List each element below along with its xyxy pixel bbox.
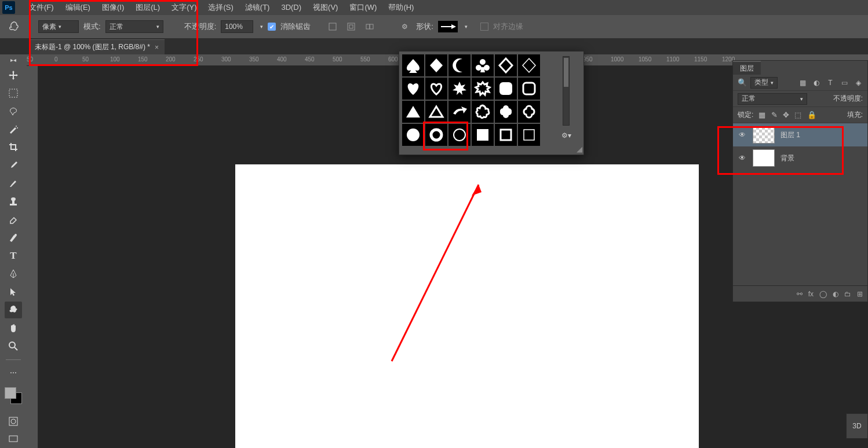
- shape-rounded-square-outline[interactable]: [517, 77, 541, 100]
- shape-blob-solid[interactable]: [494, 100, 517, 123]
- shape-club[interactable]: [471, 54, 494, 77]
- shape-heart-outline[interactable]: [425, 77, 448, 100]
- edit-toolbar[interactable]: ⋯: [5, 365, 22, 381]
- align-edges-checkbox[interactable]: [480, 23, 488, 31]
- lock-artboard-icon[interactable]: ⬚: [794, 111, 801, 119]
- brush-tool[interactable]: [5, 175, 22, 192]
- adjustment-layer-icon[interactable]: ◐: [833, 290, 838, 298]
- zoom-tool[interactable]: [5, 337, 22, 354]
- new-layer-icon[interactable]: ⊞: [857, 290, 863, 298]
- shape-circle-solid[interactable]: [402, 123, 425, 146]
- filter-type-icon[interactable]: T: [826, 78, 835, 87]
- screenmode-tool[interactable]: [5, 431, 22, 448]
- magic-wand-tool[interactable]: [5, 121, 22, 138]
- shape-triangle-outline[interactable]: [425, 100, 448, 123]
- custom-shape-tool[interactable]: [5, 302, 22, 318]
- shape-caret[interactable]: ▾: [465, 24, 468, 30]
- menu-3d[interactable]: 3D(D): [275, 0, 307, 15]
- lasso-tool[interactable]: [5, 102, 22, 119]
- document-tab[interactable]: 未标题-1 @ 100% (图层 1, RGB/8#) * ×: [29, 39, 165, 54]
- type-tool[interactable]: T: [5, 247, 22, 264]
- layer-item-1[interactable]: 👁 图层 1: [733, 123, 867, 146]
- menu-image[interactable]: 图像(I): [96, 0, 130, 15]
- filter-adjust-icon[interactable]: ◐: [812, 78, 821, 87]
- layer-group-icon[interactable]: 🗀: [844, 290, 851, 298]
- color-swatch[interactable]: [5, 387, 22, 404]
- opacity-caret[interactable]: ▾: [260, 24, 263, 30]
- shape-splat-outline[interactable]: [471, 100, 494, 123]
- menu-edit[interactable]: 编辑(E): [60, 0, 96, 15]
- layer-mask-icon[interactable]: ◯: [819, 290, 827, 298]
- move-tool[interactable]: [5, 67, 22, 83]
- shape-ring-thick[interactable]: [425, 123, 448, 146]
- shape-starburst[interactable]: [448, 77, 471, 100]
- lock-position-icon[interactable]: ✥: [783, 111, 789, 119]
- align-icon-2[interactable]: [344, 20, 358, 34]
- shape-diamond-solid[interactable]: [425, 54, 448, 77]
- eraser-tool[interactable]: [5, 211, 22, 228]
- lock-all-icon[interactable]: 🔒: [807, 111, 816, 119]
- shape-arrow[interactable]: [448, 100, 471, 123]
- close-icon[interactable]: ×: [155, 43, 159, 52]
- shape-gear[interactable]: [471, 77, 494, 100]
- shape-diamond-outline[interactable]: [494, 54, 517, 77]
- popup-gear-icon[interactable]: ⚙▾: [561, 131, 571, 139]
- shape-blob-outline[interactable]: [517, 100, 541, 123]
- align-icon-3[interactable]: [363, 20, 377, 34]
- shape-moon[interactable]: [448, 54, 471, 77]
- menu-filter[interactable]: 滤镜(T): [239, 0, 276, 15]
- shape-square-outline[interactable]: [494, 123, 517, 146]
- shape-swatch[interactable]: [438, 21, 458, 32]
- filter-shape-icon[interactable]: ▭: [840, 78, 849, 87]
- shape-spade[interactable]: [402, 54, 425, 77]
- lock-paint-icon[interactable]: ✎: [771, 111, 778, 119]
- menu-help[interactable]: 帮助(H): [382, 0, 420, 15]
- menu-window[interactable]: 窗口(W): [344, 0, 382, 15]
- lock-transparency-icon[interactable]: ▦: [758, 111, 765, 119]
- antialias-checkbox[interactable]: ✔: [268, 23, 276, 31]
- shape-square-thin[interactable]: [517, 123, 541, 146]
- unit-select[interactable]: 像素▾: [38, 20, 79, 33]
- visibility-icon[interactable]: 👁: [738, 131, 747, 139]
- gradient-tool[interactable]: [5, 229, 22, 246]
- hand-tool[interactable]: [5, 320, 22, 336]
- opacity-select[interactable]: 100%: [221, 20, 253, 33]
- shape-heart-solid[interactable]: [402, 77, 425, 100]
- filter-pixels-icon[interactable]: ▦: [798, 78, 807, 87]
- link-layers-icon[interactable]: ⚯: [797, 290, 803, 298]
- document-canvas[interactable]: [235, 164, 699, 448]
- blend-mode-select[interactable]: 正常▾: [738, 93, 807, 105]
- crop-tool[interactable]: [5, 139, 22, 156]
- toolbar-handle[interactable]: ▸◂: [5, 57, 22, 63]
- filter-type-select[interactable]: 类型▾: [750, 77, 778, 89]
- quickmask-tool[interactable]: [5, 413, 22, 430]
- popup-resize-handle[interactable]: ◢: [577, 145, 582, 153]
- menu-layer[interactable]: 图层(L): [130, 0, 166, 15]
- menu-select[interactable]: 选择(S): [202, 0, 239, 15]
- layers-tab[interactable]: 图层: [733, 61, 761, 75]
- popup-scrollbar[interactable]: [563, 56, 570, 126]
- shape-ring-thin[interactable]: [448, 123, 471, 146]
- menu-type[interactable]: 文字(Y): [166, 0, 202, 15]
- align-icon-1[interactable]: [326, 20, 340, 34]
- marquee-tool[interactable]: [5, 85, 22, 101]
- eyedropper-tool[interactable]: [5, 157, 22, 174]
- mode-select[interactable]: 正常▾: [105, 20, 163, 33]
- shape-triangle-solid[interactable]: [402, 100, 425, 123]
- menu-file[interactable]: 文件(F): [23, 0, 60, 15]
- stamp-tool[interactable]: [5, 193, 22, 210]
- search-icon[interactable]: 🔍: [738, 78, 747, 87]
- menu-view[interactable]: 视图(V): [307, 0, 344, 15]
- pen-tool[interactable]: [5, 265, 22, 282]
- gear-icon[interactable]: ⚙: [397, 20, 411, 34]
- 3d-tab[interactable]: 3D: [846, 413, 868, 439]
- filter-smart-icon[interactable]: ◈: [854, 78, 863, 87]
- shape-diamond-thin[interactable]: [517, 54, 541, 77]
- shape-rounded-square-solid[interactable]: [494, 77, 517, 100]
- path-select-tool[interactable]: [5, 284, 22, 300]
- visibility-icon[interactable]: 👁: [738, 154, 747, 162]
- layer-item-background[interactable]: 👁 背景: [733, 146, 867, 170]
- layer-fx-icon[interactable]: fx: [808, 290, 814, 298]
- foreground-color[interactable]: [5, 387, 16, 399]
- shape-square-solid[interactable]: [471, 123, 494, 146]
